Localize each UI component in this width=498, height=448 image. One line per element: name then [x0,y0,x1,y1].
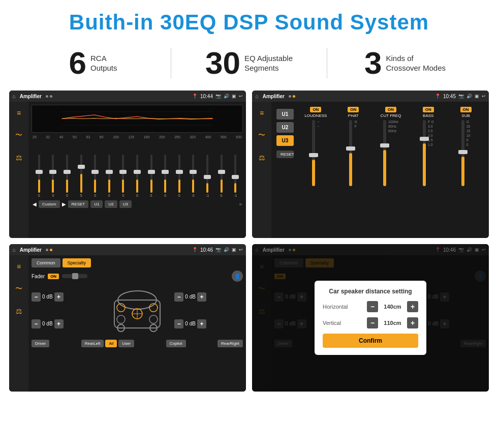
dialog-horizontal-plus[interactable]: + [407,301,418,312]
eq-slider-10[interactable]: 0 [159,155,172,197]
vol-right-top: − 0 dB + [174,292,243,302]
home-icon[interactable]: ⌂ [12,93,16,99]
ctrl-bass-on[interactable]: ON [423,107,434,112]
status-dot-play [50,95,52,98]
fader-status-right: 📍 10:46 📷 🔊 ▣ ↩ [192,247,243,253]
crossover-eq-icon[interactable]: ≡ [255,106,269,120]
dialog-vertical-row: Vertical − 110cm + [323,317,418,328]
fader-wave-icon[interactable]: 〜 [12,282,26,296]
eq-slider-14[interactable]: 0 [215,155,228,197]
preset-u1-btn[interactable]: U1 [276,109,294,120]
profile-icon[interactable]: 👤 [232,271,243,282]
fader-label: Fader [32,274,45,279]
crossover-wave-icon[interactable]: 〜 [255,128,269,142]
eq-u3-btn[interactable]: U3 [119,200,132,208]
dialog-horizontal-minus[interactable]: − [367,301,378,312]
preset-u2-btn[interactable]: U2 [276,122,294,133]
zone-rearleft-btn[interactable]: RearLeft [81,340,104,347]
eq-u1-btn[interactable]: U1 [90,200,103,208]
eq-custom-btn[interactable]: Custom [39,200,60,208]
eq-graph [32,105,243,133]
eq-play-btn[interactable]: ▶ [62,201,66,207]
eq-slider-5[interactable]: 0 [88,155,102,197]
eq-slider-12[interactable]: 0 [187,155,200,197]
fader-status-dots [46,249,52,251]
zone-driver-btn[interactable]: Driver [32,340,49,347]
zone-rearright-btn[interactable]: RearRight [217,340,243,347]
zone-all-btn[interactable]: All [105,340,117,347]
camera-icon: 📷 [215,94,221,99]
dialog-vertical-plus[interactable]: + [407,317,418,328]
confirm-button[interactable]: Confirm [323,334,418,348]
fader-slider[interactable] [62,274,87,278]
vol-lt-plus[interactable]: + [54,292,64,302]
vol-left-bottom: − 0 dB + [32,319,100,328]
crossover-balance-icon[interactable]: ⚖ [255,151,269,165]
ctrl-cutfreq-on[interactable]: ON [385,107,396,112]
preset-u3-btn[interactable]: U3 [276,135,294,146]
vol-rb-minus[interactable]: − [174,319,183,328]
ctrl-sub-label: SUB [461,113,470,118]
zone-copilot-btn[interactable]: Copilot [166,340,186,347]
fader-volume-icon: 🔊 [224,247,229,252]
tab-common[interactable]: Common [32,258,60,267]
ctrl-cutfreq-slider[interactable] [383,120,386,186]
ctrl-loudness-label: LOUDNESS [304,113,327,118]
dialog-overlay: Car speaker distance setting Horizontal … [252,244,489,392]
crossover-home-icon[interactable]: ⌂ [255,93,259,99]
vol-lt-minus[interactable]: − [32,292,41,302]
vol-rb-plus[interactable]: + [197,319,206,328]
vol-lb-minus[interactable]: − [32,319,41,328]
eq-slider-3[interactable]: 0 [60,155,74,197]
eq-slider-6[interactable]: 0 [103,155,116,197]
ctrl-phat-slider[interactable] [349,120,352,186]
eq-slider-11[interactable]: 0 [173,155,186,197]
vol-lb-plus[interactable]: + [54,319,64,328]
ctrl-sub-slider[interactable] [461,120,464,186]
eq-slider-7[interactable]: 0 [117,155,130,197]
fader-location-icon: 📍 [192,247,198,252]
wave-icon[interactable]: 〜 [12,128,26,142]
tab-specialty[interactable]: Specialty [63,258,91,267]
fader-back-icon[interactable]: ↩ [239,247,243,252]
fader-balance-icon[interactable]: ⚖ [12,304,26,318]
eq-prev-btn[interactable]: ◀ [33,201,37,207]
car-svg [107,285,168,336]
volume-icon: 🔊 [224,94,229,99]
dialog-vertical-minus[interactable]: − [367,317,378,328]
crossover-reset-btn[interactable]: RESET [276,151,294,158]
screens-grid: ⌂ Amplifier 📍 10:44 📷 🔊 ▣ ↩ ≡ 〜 ⚖ [0,86,498,396]
eq-slider-15[interactable]: -1 [229,155,242,197]
eq-slider-2[interactable]: 0 [47,155,60,197]
fader-on-badge[interactable]: ON [48,274,59,279]
stat-divider-1 [171,48,171,78]
eq-status-dots [46,95,52,98]
stat-eq-number: 30 [205,47,240,79]
dialog-horizontal-value: 140cm [381,304,404,310]
crossover-back-icon[interactable]: ↩ [482,94,486,99]
ctrl-bass-slider[interactable] [423,120,426,186]
eq-icon[interactable]: ≡ [12,106,26,120]
fader-eq-icon[interactable]: ≡ [12,259,26,274]
eq-u2-btn[interactable]: U2 [105,200,117,208]
ctrl-phat-on[interactable]: ON [348,107,359,112]
fader-home-icon[interactable]: ⌂ [12,247,16,253]
ctrl-loudness-on[interactable]: ON [310,107,321,112]
eq-slider-9[interactable]: 0 [145,155,158,197]
vol-rt-minus[interactable]: − [174,292,183,302]
eq-slider-1[interactable]: 0 [33,155,46,197]
eq-scroll-right[interactable]: » [239,201,242,207]
vol-rb-value: 0 dB [185,321,196,326]
balance-icon[interactable]: ⚖ [12,151,26,165]
zone-user-btn[interactable]: User [118,340,134,347]
ctrl-loudness-slider[interactable] [312,120,315,186]
fader-app-name: Amplifier [20,247,42,253]
eq-slider-13[interactable]: -1 [201,155,214,197]
vol-rt-plus[interactable]: + [197,292,206,302]
eq-reset-btn[interactable]: RESET [68,200,89,208]
eq-slider-8[interactable]: 0 [131,155,144,197]
dialog-horizontal-row: Horizontal − 140cm + [323,301,418,312]
eq-slider-4[interactable]: 5 [75,155,88,197]
back-icon[interactable]: ↩ [239,94,243,99]
ctrl-sub-on[interactable]: ON [460,107,472,112]
